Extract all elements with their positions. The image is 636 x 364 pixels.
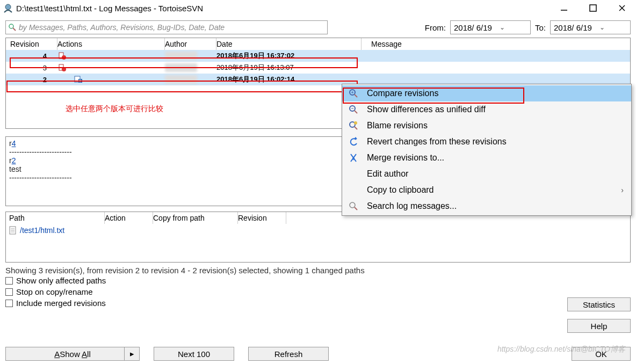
to-date-picker[interactable]: 2018/ 6/19 ⌄ <box>550 20 631 34</box>
col-rev[interactable]: Revision <box>238 212 286 224</box>
revision-list-header: Revision Actions Author Date Message <box>6 38 630 50</box>
svg-point-5 <box>9 24 13 28</box>
svg-point-0 <box>5 4 11 10</box>
col-revision[interactable]: Revision <box>6 38 57 50</box>
context-menu: Compare revisions Show differences as un… <box>342 84 632 216</box>
check-stop-on-copy[interactable]: Stop on copy/rename <box>5 287 631 296</box>
chevron-down-icon: ⌄ <box>500 24 505 31</box>
check-include-merged[interactable]: Include merged revisions <box>5 299 631 308</box>
magnify-icon <box>348 105 359 114</box>
checkbox-icon <box>5 288 13 296</box>
svg-point-31 <box>350 202 355 208</box>
file-path: /test1/html.txt <box>20 226 64 235</box>
author-value <box>165 75 197 84</box>
next-100-button[interactable]: Next 100 <box>154 347 234 361</box>
table-row[interactable]: 4 2018年6月19日 16:37:02 <box>6 50 630 62</box>
checkbox-icon <box>5 300 13 307</box>
window-title: D:\test1\test1\html.txt - Log Messages -… <box>16 4 558 13</box>
menu-merge[interactable]: Merge revisions to... <box>342 150 631 166</box>
col-path[interactable]: Path <box>6 212 105 224</box>
col-copyfrom[interactable]: Copy from path <box>153 212 238 224</box>
toolbar: by Messages, Paths, Authors, Revisions, … <box>0 16 636 38</box>
submenu-arrow-icon: › <box>621 186 624 194</box>
author-value <box>165 52 197 60</box>
col-message[interactable]: Message <box>362 38 402 50</box>
menu-revert[interactable]: Revert changes from these revisions <box>342 134 631 150</box>
maximize-button[interactable] <box>587 2 599 14</box>
svg-point-8 <box>62 55 66 60</box>
close-button[interactable] <box>616 2 628 14</box>
refresh-button[interactable]: Refresh <box>248 347 329 361</box>
search-icon <box>348 201 359 211</box>
show-all-button[interactable]: AShow AllShow All ▸ <box>5 347 140 361</box>
svg-line-24 <box>355 111 357 113</box>
merge-icon <box>348 153 359 163</box>
app-icon <box>2 2 14 14</box>
svg-marker-29 <box>354 137 357 139</box>
statistics-button[interactable]: Statistics <box>567 297 631 311</box>
revision-link[interactable]: 2 <box>12 156 16 165</box>
modified-icon <box>74 75 83 84</box>
svg-line-6 <box>13 28 16 31</box>
menu-search-log[interactable]: Search log messages... <box>342 198 631 214</box>
checkbox-icon <box>5 277 13 285</box>
table-row[interactable]: 3 2018年6月19日 16:13:07 <box>6 62 630 74</box>
svg-point-28 <box>354 121 357 125</box>
col-actions[interactable]: Actions <box>57 38 165 50</box>
show-all-dropdown[interactable]: ▸ <box>124 347 139 360</box>
check-affected-paths[interactable]: Show only affected paths <box>5 276 631 285</box>
changed-paths-panel: Path Action Copy from path Revision /tes… <box>5 212 631 263</box>
svg-line-32 <box>355 207 357 210</box>
magnify-icon <box>348 89 359 98</box>
svg-point-10 <box>62 67 66 71</box>
blame-icon <box>348 121 359 130</box>
menu-unified-diff[interactable]: Show differences as unified diff <box>342 101 631 118</box>
search-placeholder: by Messages, Paths, Authors, Revisions, … <box>19 23 225 32</box>
titlebar: D:\test1\test1\html.txt - Log Messages -… <box>0 0 636 16</box>
menu-compare-revisions[interactable]: Compare revisions <box>342 85 631 101</box>
options-group: Show only affected paths Stop on copy/re… <box>0 275 636 309</box>
svg-line-20 <box>355 94 357 97</box>
revert-icon <box>348 137 359 147</box>
col-date[interactable]: Date <box>216 38 362 50</box>
modified-icon <box>57 63 67 72</box>
to-label: To: <box>535 23 546 32</box>
author-value <box>165 63 197 72</box>
col-author[interactable]: Author <box>165 38 216 50</box>
file-icon <box>9 226 18 235</box>
status-text: Showing 3 revision(s), from revision 2 t… <box>0 266 636 275</box>
menu-blame[interactable]: Blame revisions <box>342 118 631 134</box>
menu-edit-author[interactable]: Edit author <box>342 166 631 182</box>
chevron-down-icon: ⌄ <box>599 24 605 31</box>
minimize-button[interactable] <box>558 2 570 14</box>
help-button[interactable]: Help <box>567 319 631 333</box>
svg-rect-2 <box>590 5 596 11</box>
to-date-value: 2018/ 6/19 <box>554 23 592 32</box>
annotation-text: 选中任意两个版本可进行比较 <box>66 104 163 114</box>
search-icon <box>8 23 17 32</box>
from-label: From: <box>425 23 446 32</box>
from-date-value: 2018/ 6/19 <box>454 23 492 32</box>
watermark-text: https://blog.csdn.net/sina@bICTO博客 <box>497 345 625 354</box>
revision-link[interactable]: 4 <box>12 139 16 148</box>
svg-line-27 <box>355 127 357 129</box>
path-row[interactable]: /test1/html.txt <box>6 224 630 237</box>
search-input[interactable]: by Messages, Paths, Authors, Revisions, … <box>5 20 328 34</box>
menu-copy-clipboard[interactable]: Copy to clipboard › <box>342 182 631 198</box>
modified-icon <box>57 51 67 61</box>
from-date-picker[interactable]: 2018/ 6/19 ⌄ <box>450 20 531 34</box>
col-action[interactable]: Action <box>105 212 153 224</box>
